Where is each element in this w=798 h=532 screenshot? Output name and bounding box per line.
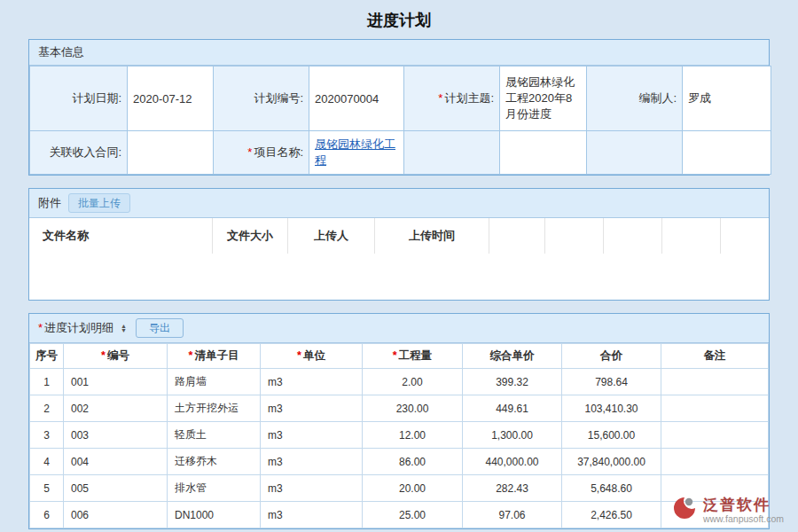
detail-cell-total_price: 5,648.60 [562,475,661,502]
detail-cell-code: 002 [64,395,168,422]
basic-info-header: 基本信息 [29,40,769,66]
page: 进度计划 基本信息 计划日期: 2020-07-12 计划编号: 2020070… [0,0,798,532]
detail-cell-unit: m3 [261,449,363,475]
detail-cell-quantity: 2.00 [363,369,463,395]
detail-cell-item: 迁移乔木 [168,449,261,475]
detail-cell-item: 排水管 [168,475,261,502]
attachments-empty-body [29,254,769,300]
plan-date-value: 2020-07-12 [128,66,214,131]
income-contract-label-text: 关联收入合同: [49,145,121,159]
empty-label-cell [587,131,683,175]
plan-no-label: 计划编号: [214,66,309,131]
detail-cell-unit: m3 [261,369,363,395]
page-title: 进度计划 [0,0,798,39]
detail-cell-unit_price: 399.32 [463,369,562,395]
detail-cell-remark [661,395,769,422]
detail-cell-remark [661,449,769,475]
column-header-unit: *单位 [261,344,363,369]
watermark-url: www.fanpusoft.com [703,513,784,524]
column-header-unit_price: 综合单价 [463,344,562,369]
batch-upload-button[interactable]: 批量上传 [68,193,130,213]
detail-cell-code: 003 [64,422,168,449]
watermark: 泛普软件 www.fanpusoft.com [671,495,784,525]
detail-cell-quantity: 20.00 [363,475,463,502]
detail-cell-code: 004 [64,449,168,475]
detail-row: 1001路肩墙m32.00399.32798.64 [30,369,769,395]
detail-cell-code: 006 [64,502,168,528]
details-title: 进度计划明细 [44,321,113,334]
required-mark: * [438,91,442,105]
column-header-total_price: 合价 [562,344,661,369]
details-panel: *进度计划明细 ▲▼ 导出 序号*编号*清单子目*单位*工程量综合单价合价备注 … [28,313,770,529]
detail-cell-index: 6 [30,502,64,528]
detail-cell-unit_price: 282.43 [463,475,562,502]
detail-row: 2002土方开挖外运m3230.00449.61103,410.30 [30,395,769,422]
empty-value-cell [683,131,771,175]
author-label: 编制人: [587,66,683,131]
required-mark: * [247,145,252,159]
detail-cell-quantity: 230.00 [363,395,463,422]
detail-cell-code: 001 [64,369,168,395]
project-name-label-text: 项目名称: [254,145,303,159]
income-contract-value [128,131,214,175]
detail-cell-index: 5 [30,475,64,502]
attachments-panel: 附件 批量上传 文件名称 文件大小 上传人 上传时间 [28,188,770,301]
required-mark: * [101,349,106,362]
plan-no-label-text: 计划编号: [254,91,303,105]
detail-cell-unit_price: 97.06 [463,502,562,528]
detail-cell-unit: m3 [261,475,363,502]
detail-cell-item: DN1000 [168,502,261,528]
detail-cell-index: 1 [30,369,64,395]
detail-cell-unit: m3 [261,395,363,422]
detail-cell-code: 005 [64,475,168,502]
plan-subject-label-text: 计划主题: [444,91,494,105]
author-value: 罗成 [683,66,771,131]
detail-cell-total_price: 2,426.50 [562,502,661,528]
detail-row: 5005排水管m320.00282.435,648.60 [30,475,769,502]
details-table: 序号*编号*清单子目*单位*工程量综合单价合价备注 1001路肩墙m32.003… [29,343,769,528]
column-header-quantity: *工程量 [363,344,463,369]
basic-info-title: 基本信息 [38,44,84,60]
project-name-link[interactable]: 晟铭园林绿化工程 [315,137,395,167]
column-header-index: 序号 [30,344,64,369]
detail-row: 6006DN1000m325.0097.062,426.50 [30,502,769,528]
empty-value-cell [500,131,587,175]
watermark-brand: 泛普软件 [703,497,771,513]
required-mark: * [297,349,301,362]
detail-cell-remark [661,422,769,449]
author-label-text: 编制人: [638,91,677,105]
attachments-title: 附件 [38,195,61,211]
plan-subject-label: *计划主题: [404,66,500,131]
plan-date-label: 计划日期: [30,66,128,131]
basic-info-panel: 基本信息 计划日期: 2020-07-12 计划编号: 2020070004 *… [28,39,770,176]
column-header-code: *编号 [64,344,168,369]
project-name-value-cell: 晟铭园林绿化工程 [309,131,404,175]
detail-cell-index: 4 [30,449,64,475]
required-mark: * [189,349,193,362]
column-header-empty [489,218,545,254]
detail-cell-total_price: 798.64 [562,369,661,395]
detail-cell-item: 土方开挖外运 [168,395,261,422]
column-header-empty [604,218,662,254]
plan-no-value: 2020070004 [309,66,404,131]
basic-info-form: 计划日期: 2020-07-12 计划编号: 2020070004 *计划主题:… [29,66,771,175]
plan-date-label-text: 计划日期: [72,91,121,105]
plan-subject-value: 晟铭园林绿化工程2020年8月份进度 [500,66,587,131]
detail-cell-total_price: 37,840,000.00 [562,449,661,475]
detail-cell-unit: m3 [261,502,363,528]
column-header-file-name: 文件名称 [29,218,213,254]
details-title-wrap: *进度计划明细 [38,320,113,336]
sort-spinner-icon[interactable]: ▲▼ [121,324,127,332]
attachments-header: 附件 批量上传 [29,189,769,218]
detail-cell-quantity: 25.00 [363,502,463,528]
export-button[interactable]: 导出 [136,318,184,338]
detail-cell-unit_price: 440,000.00 [463,449,562,475]
column-header-empty [721,218,769,254]
detail-cell-total_price: 15,600.00 [562,422,661,449]
column-header-upload-time: 上传时间 [375,218,489,254]
detail-cell-total_price: 103,410.30 [562,395,661,422]
details-header-row: 序号*编号*清单子目*单位*工程量综合单价合价备注 [30,344,769,369]
watermark-text: 泛普软件 www.fanpusoft.com [703,497,784,524]
detail-cell-unit_price: 1,300.00 [463,422,562,449]
column-header-file-size: 文件大小 [213,218,288,254]
